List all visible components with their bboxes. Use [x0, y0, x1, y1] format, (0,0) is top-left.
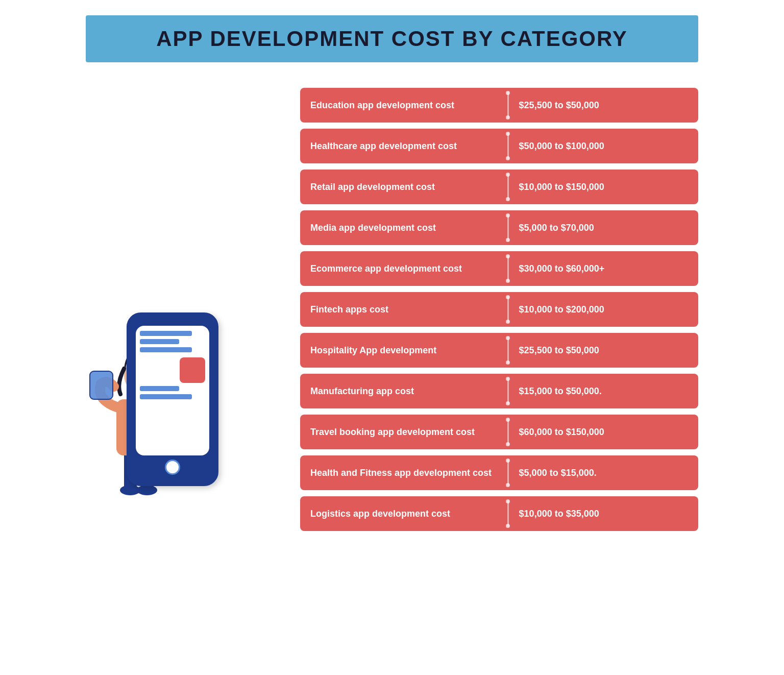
row-divider [507, 337, 509, 364]
row-value: $10,000 to $200,000 [509, 292, 698, 327]
page-title: APP DEVELOPMENT COST BY CATEGORY [106, 27, 678, 51]
row-divider [507, 174, 509, 200]
row-divider [507, 92, 509, 118]
row-divider [507, 296, 509, 323]
table-row: Healthcare app development cost$50,000 t… [300, 129, 698, 163]
row-label: Travel booking app development cost [300, 415, 507, 449]
row-label: Health and Fitness app development cost [300, 455, 507, 490]
row-value: $50,000 to $100,000 [509, 129, 698, 163]
row-label: Manufacturing app cost [300, 374, 507, 408]
row-label: Healthcare app development cost [300, 129, 507, 163]
row-divider [507, 214, 509, 241]
phone-bar-5 [140, 394, 192, 399]
phone-bar-4 [140, 386, 179, 391]
phone-bar-2 [140, 339, 179, 344]
table-row: Fintech apps cost$10,000 to $200,000 [300, 292, 698, 327]
table-row: Retail app development cost$10,000 to $1… [300, 170, 698, 204]
row-label: Education app development cost [300, 88, 507, 123]
row-label: Media app development cost [300, 210, 507, 245]
table-row: Hospitality App development$25,500 to $5… [300, 333, 698, 368]
row-label: Hospitality App development [300, 333, 507, 368]
row-value: $60,000 to $150,000 [509, 415, 698, 449]
title-banner: APP DEVELOPMENT COST BY CATEGORY [86, 15, 698, 62]
svg-point-3 [137, 485, 157, 495]
phone-bar-3 [140, 347, 192, 352]
page-container: APP DEVELOPMENT COST BY CATEGORY [86, 15, 698, 558]
table-row: Education app development cost$25,500 to… [300, 88, 698, 123]
row-value: $5,000 to $15,000. [509, 455, 698, 490]
row-label: Fintech apps cost [300, 292, 507, 327]
content-area: Education app development cost$25,500 to… [86, 83, 698, 558]
table-row: Logistics app development cost$10,000 to… [300, 496, 698, 531]
row-value: $10,000 to $150,000 [509, 170, 698, 204]
phone-screen [136, 326, 209, 455]
row-label: Retail app development cost [300, 170, 507, 204]
row-value: $10,000 to $35,000 [509, 496, 698, 531]
svg-rect-7 [90, 371, 113, 399]
row-divider [507, 419, 509, 445]
table-row: Travel booking app development cost$60,0… [300, 415, 698, 449]
row-label: Logistics app development cost [300, 496, 507, 531]
row-divider [507, 133, 509, 159]
row-value: $25,500 to $50,000 [509, 88, 698, 123]
cloud-top-icon [203, 129, 249, 144]
phone-bar-1 [140, 331, 192, 336]
row-divider [507, 460, 509, 486]
table-row: Ecommerce app development cost$30,000 to… [300, 251, 698, 286]
row-divider [507, 378, 509, 404]
table-row: Manufacturing app cost$15,000 to $50,000… [300, 374, 698, 408]
row-value: $30,000 to $60,000+ [509, 251, 698, 286]
phone-illustration [127, 312, 218, 486]
table-row: Media app development cost$5,000 to $70,… [300, 210, 698, 245]
table-row: Health and Fitness app development cost$… [300, 455, 698, 490]
row-divider [507, 255, 509, 282]
cost-table: Education app development cost$25,500 to… [300, 83, 698, 531]
row-value: $15,000 to $50,000. [509, 374, 698, 408]
row-value: $25,500 to $50,000 [509, 333, 698, 368]
row-divider [507, 500, 509, 527]
phone-home-button [165, 460, 180, 475]
phone-square [180, 357, 205, 383]
illustration [86, 98, 280, 558]
row-value: $5,000 to $70,000 [509, 210, 698, 245]
row-label: Ecommerce app development cost [300, 251, 507, 286]
cloud-mid-icon [91, 175, 132, 188]
